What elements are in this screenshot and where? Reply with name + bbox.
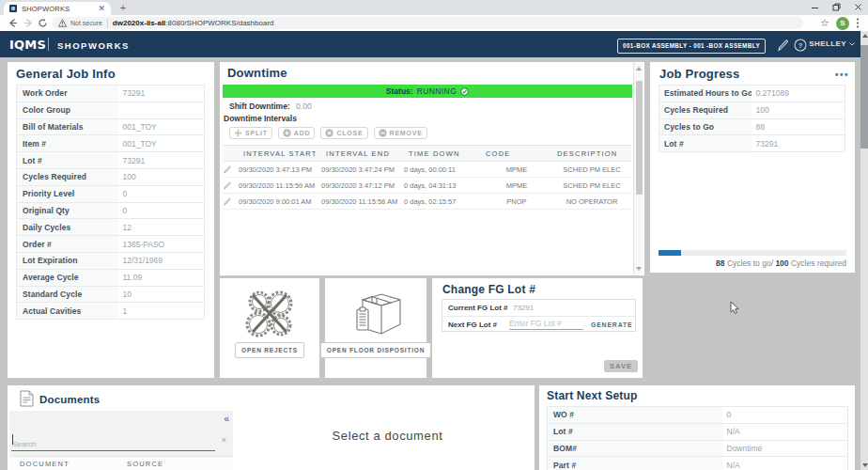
col-description: DESCRIPTION [552,146,631,162]
back-button[interactable] [8,18,18,28]
edit-row-icon[interactable] [224,165,231,174]
add-button[interactable]: ADD [278,127,316,139]
open-floor-disposition-button[interactable]: OPEN FLOOR DISPOSITION [320,342,431,358]
tab-close-icon[interactable]: ✕ [98,5,105,12]
downtime-desc: SCHED PM ELEC [552,162,631,178]
edit-row-icon[interactable] [224,181,231,190]
next-setup-label: Part # [548,457,722,470]
downtime-scroll-up-icon[interactable] [636,67,642,70]
generate-link[interactable]: GENERATE [591,321,632,328]
downtime-scrollbar-thumb[interactable] [636,81,643,195]
job-info-row: Lot Expiration12/31/1969 [17,252,205,269]
job-info-value: 12/31/1969 [118,252,205,269]
col-interval-end: INTERVAL END [321,146,404,162]
job-progress-value: 73291 [752,135,845,152]
job-info-label: Cycles Required [17,168,118,185]
edit-row-icon[interactable] [224,197,231,206]
job-info-row: Standard Cycle10 [17,286,205,303]
job-info-row: Actual Cavities1 [17,303,205,320]
job-info-value: 11.09 [118,269,205,286]
job-info-label: Standard Cycle [17,286,118,303]
page-scrollbar[interactable] [860,31,868,470]
job-progress-label: Cycles to Go [659,118,752,135]
documents-table-header: DOCUMENT SOURCE [9,456,233,470]
remove-label: REMOVE [390,130,423,136]
job-info-label: Lot Expiration [17,252,118,269]
reload-button[interactable] [38,18,48,28]
change-fg-lot-panel: Change FG Lot # Current FG Lot # 73291 N… [432,278,643,378]
browser-menu-icon[interactable] [856,17,860,29]
page-scroll-down-icon[interactable] [862,463,868,467]
page-scrollbar-thumb[interactable] [860,45,868,149]
job-progress-row: Estimated Hours to Go0.271089 [659,86,845,102]
documents-panel: Documents « × DOCUMENT SOURCE Select a d… [8,385,535,470]
split-button[interactable]: SPLIT [229,127,272,139]
new-tab-button[interactable]: + [118,3,128,12]
documents-title: Documents [39,394,100,405]
job-info-label: Item # [17,135,118,152]
downtime-row-edit[interactable] [224,194,239,210]
collapse-sidebar-icon[interactable]: « [224,414,229,424]
search-clear-icon[interactable]: × [222,435,226,445]
downtime-intervals-label: Downtime Intervals [224,114,644,123]
job-info-value: 0 [118,202,205,219]
downtime-end: 09/30/2020 11:15:58 AM [321,194,404,210]
browser-tab[interactable]: SHOPWORKS ✕ [4,2,111,15]
downtime-down: 0 days, 00:00:11 [404,162,481,178]
job-info-row: Item #001_TOY [17,135,205,152]
cycles-required-value: 100 [775,258,788,268]
downtime-down: 0 days, 04:31:13 [404,178,481,194]
change-fg-lot-title: Change FG Lot # [442,283,643,296]
not-secure-warning-icon [58,19,67,27]
browser-profile-avatar[interactable]: S [836,17,849,30]
job-progress-menu-icon[interactable]: ••• [835,70,849,80]
downtime-scrollbar[interactable] [633,63,643,274]
edit-pencil-icon[interactable] [777,39,789,52]
url-path: :8080/SHOPWORKS/dashboard [165,19,273,27]
remove-button[interactable]: REMOVE [374,127,427,139]
tab-title: SHOPWORKS [22,5,98,13]
next-setup-value: N/A [722,457,848,470]
next-fg-lot-input[interactable] [509,319,583,330]
forward-button[interactable] [23,18,34,28]
downtime-start: 09/30/2020 9:00:01 AM [239,194,321,210]
url-text: dw2020x-iis-all:8080/SHOPWORKS/dashboard [113,19,274,27]
machine-selector-button[interactable]: 001-BOX ASSEMBLY - 001 -BOX ASSEMBLY [617,39,766,54]
job-info-value: 001_TOY [118,118,205,135]
job-info-row: Color Group [17,102,205,118]
page-scroll-up-icon[interactable] [862,34,868,38]
downtime-code: MPME [481,178,552,194]
split-label: SPLIT [245,130,268,136]
documents-search-input[interactable] [11,439,215,451]
job-progress-value: 88 [752,118,845,135]
status-check-icon [460,87,469,96]
document-icon [20,390,34,407]
job-progress-label: Cycles Required [659,102,752,118]
downtime-row-edit[interactable] [224,178,239,194]
user-menu[interactable]: SHELLEY [809,39,855,48]
cycles-to-go-text: Cycles to go/ [725,258,776,268]
floor-disposition-box-icon [346,287,406,341]
close-button[interactable]: CLOSE [320,127,367,139]
job-progress-table: Estimated Hours to Go0.271089Cycles Requ… [659,85,845,152]
save-button[interactable]: SAVE [604,360,638,372]
address-bar[interactable]: Not secure dw2020x-iis-all:8080/SHOPWORK… [52,17,803,29]
job-info-value [118,102,205,118]
job-info-label: Original Qty [17,202,118,219]
close-interval-icon [325,129,333,137]
window-restore-button[interactable] [832,3,841,11]
bookmark-star-icon[interactable]: ☆ [820,17,829,29]
next-setup-row: Lot #N/A [548,423,848,440]
start-next-setup-table: WO #0Lot #N/ABOM#DowntimePart #N/A [547,406,848,470]
window-close-button[interactable] [854,3,862,11]
job-info-value: 73291 [118,152,205,169]
add-icon [283,129,291,137]
open-rejects-button[interactable]: OPEN REJECTS [235,342,304,358]
job-info-value: 100 [118,168,205,185]
job-info-value: 12 [118,219,205,236]
window-minimize-button[interactable] [811,3,819,11]
help-icon[interactable]: ? [794,39,807,52]
downtime-scroll-down-icon[interactable] [636,267,642,271]
downtime-row-edit[interactable] [224,162,239,178]
shift-downtime-value: 0.00 [296,102,312,111]
